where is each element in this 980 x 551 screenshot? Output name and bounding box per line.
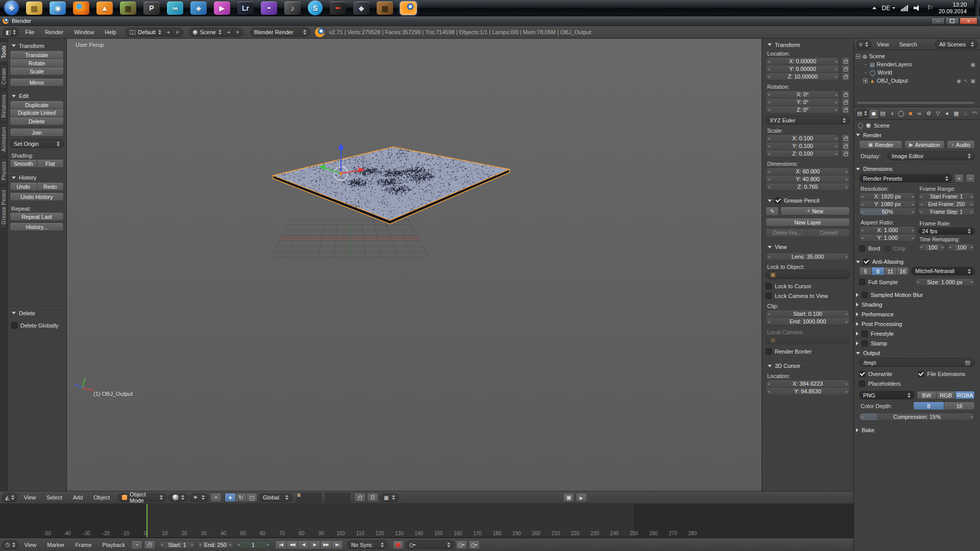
panel-antialiasing-header[interactable]: Anti-Aliasing (854, 257, 980, 266)
start-frame-field[interactable]: Start: 1 (159, 541, 195, 549)
remap-new-field[interactable]: :100 (947, 243, 975, 252)
properties-tab-constraints[interactable]: ∞ (915, 109, 924, 118)
manipulator-rotate-toggle[interactable] (235, 493, 247, 502)
npanel-transform-header[interactable]: Transform (766, 40, 850, 49)
lock-camera-to-view-checkbox[interactable] (766, 293, 772, 299)
file-format-dropdown[interactable]: PNG (859, 391, 915, 399)
properties-tab-modifiers[interactable]: ⚙ (924, 109, 933, 118)
mirror-button[interactable]: Mirror (10, 78, 64, 87)
expander-icon[interactable] (856, 54, 861, 59)
scale-x-field[interactable]: X: 0.100 (766, 134, 840, 142)
remap-old-field[interactable]: :100 (918, 243, 946, 252)
delete-button[interactable]: Delete (10, 117, 64, 126)
color-depth-8[interactable]: 8 (913, 402, 944, 410)
end-frame-prop-field[interactable]: End Frame: 250 (918, 200, 975, 208)
clip-start-field[interactable]: Start: 0.100 (766, 310, 850, 318)
lock-rotation-y[interactable] (841, 98, 850, 106)
output-path-field[interactable]: /tmp\▤ (859, 358, 975, 367)
outliner-item-scene[interactable]: ◍Scene (856, 52, 979, 60)
add-scene-button[interactable] (227, 29, 230, 35)
aa-filter-dropdown[interactable]: Mitchell-Netravali (911, 267, 975, 276)
orientation-dropdown[interactable]: Global (259, 493, 292, 502)
aspect-y-field[interactable]: Y: 1.000 (859, 234, 916, 242)
panel-stamp-header[interactable]: Stamp (854, 338, 980, 348)
resolution-x-field[interactable]: X: 1920 px (859, 192, 916, 201)
network-icon[interactable] (901, 5, 908, 11)
taskbar-paint-p[interactable]: P (143, 2, 160, 15)
file-browse-icon[interactable]: ▤ (965, 359, 970, 366)
taskbar-purple-app[interactable]: ◓ (261, 2, 277, 15)
pivot-point-dropdown[interactable] (189, 493, 209, 502)
delete-scene-button[interactable] (236, 29, 239, 35)
border-checkbox[interactable] (859, 245, 865, 252)
aa-size-field[interactable]: Size: 1.000 px (915, 278, 975, 286)
layer-cell-18[interactable] (335, 498, 340, 503)
local-camera-field[interactable]: ▣ (766, 336, 850, 344)
color-mode-bw[interactable]: BW (917, 391, 937, 399)
layer-cell-10[interactable] (317, 498, 322, 503)
clock[interactable]: 13:20 20.09.2014 (939, 2, 969, 15)
action-center-icon[interactable]: ⚐ (927, 4, 933, 12)
editor-type-outliner-button[interactable]: ≡ (856, 40, 871, 49)
current-frame-field[interactable]: 1 (235, 541, 271, 549)
panel-delete-header[interactable]: Delete (10, 308, 64, 318)
duplicate-linked-button[interactable]: Duplicate Linked (10, 109, 64, 117)
panel-dimensions-header[interactable]: Dimensions (854, 164, 980, 173)
expander-icon[interactable] (863, 79, 868, 83)
close-button[interactable] (960, 17, 977, 24)
lens-field[interactable]: Lens: 35.000 (766, 253, 850, 261)
lock-to-object-field[interactable]: ▣ (766, 270, 850, 279)
properties-tab-render[interactable]: ◙ (869, 109, 878, 118)
color-mode-rgba[interactable]: RGBA (955, 391, 975, 399)
layer-cell-7[interactable] (302, 498, 306, 503)
taskbar-file-explorer[interactable]: ▤ (26, 2, 42, 15)
lock-rotation-x[interactable] (841, 90, 850, 98)
npanel-view-header[interactable]: View (766, 242, 850, 252)
grease-pencil-checkbox[interactable] (775, 197, 781, 204)
lock-rotation-z[interactable] (841, 106, 850, 114)
lock-location-y[interactable] (841, 65, 850, 73)
panel-history-header[interactable]: History (10, 172, 64, 182)
resolution-percentage-slider[interactable]: 50% (859, 208, 916, 216)
toolshelf-tab-animation[interactable]: Animation (0, 123, 7, 156)
layer-cell-19[interactable] (340, 498, 345, 503)
timeline-menu-playback[interactable]: Playback (97, 538, 130, 551)
outliner-filter-dropdown[interactable]: All Scenes (935, 40, 978, 48)
timeline-menu-view[interactable]: View (20, 538, 41, 551)
play-button[interactable]: ▶ (309, 540, 321, 549)
viewport-shading-dropdown[interactable] (168, 493, 188, 502)
taskbar-start-button[interactable]: ❖ (4, 1, 19, 15)
add-preset-button[interactable]: + (954, 174, 964, 183)
taskbar-feather-app[interactable]: ✒ (330, 2, 346, 15)
editor-type-timeline-button[interactable]: ◷ (2, 540, 18, 549)
panel-checkbox[interactable] (862, 292, 868, 298)
layer-cell-1[interactable] (297, 493, 301, 497)
delete-keyframe-button[interactable] (469, 540, 480, 549)
display-dropdown[interactable]: Image Editor (888, 152, 975, 160)
snap-toggle[interactable] (367, 493, 378, 502)
rotation-x-field[interactable]: X: 0° (766, 90, 840, 98)
manipulator-scale-toggle[interactable] (246, 493, 257, 502)
next-keyframe-button[interactable]: ▶▶ (320, 540, 332, 549)
layer-cell-8[interactable] (307, 498, 311, 503)
minimize-button[interactable] (931, 17, 945, 24)
jump-to-start-button[interactable]: |◀ (275, 540, 287, 549)
layer-cell-6[interactable] (297, 498, 301, 503)
panel-render-header[interactable]: Render (854, 130, 980, 140)
panel-transform-header[interactable]: Transform (10, 41, 64, 51)
viewport-canvas[interactable] (67, 39, 762, 491)
selectability-toggle[interactable]: ↖ (964, 78, 968, 84)
properties-tab-texture[interactable]: ▦ (952, 109, 961, 118)
render-audio-button[interactable]: ♪Audio (947, 140, 975, 149)
outliner-menu-search[interactable]: Search (895, 39, 922, 49)
taskbar-minecraft[interactable]: ▦ (120, 2, 136, 15)
snap-element-dropdown[interactable] (380, 493, 399, 502)
mode-dropdown[interactable]: Object Mode (118, 493, 167, 502)
delete-frame-button[interactable]: Delete Fra... (766, 229, 808, 237)
menu-add[interactable]: Add (68, 491, 88, 504)
layer-cell-13[interactable] (335, 493, 340, 497)
scene-selector[interactable]: Scene (189, 28, 243, 37)
rotate-button[interactable]: Rotate (10, 59, 64, 67)
aa-samples-5[interactable]: 5 (859, 267, 872, 276)
lock-scale-z[interactable] (841, 149, 850, 158)
